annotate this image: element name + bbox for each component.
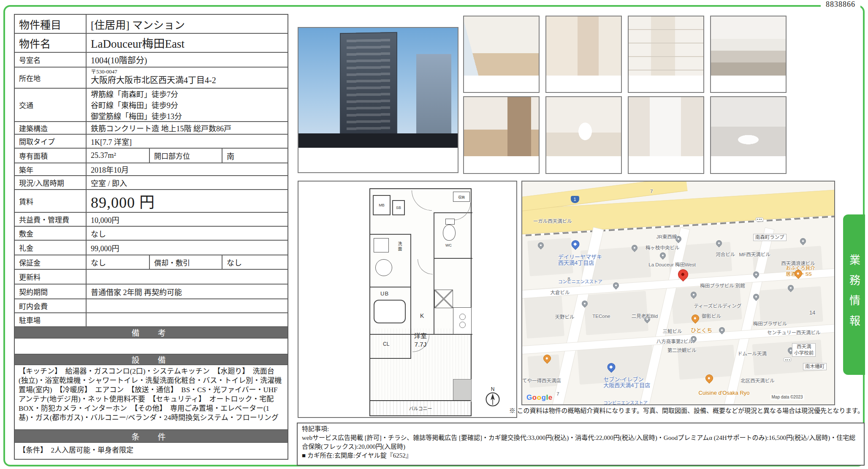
western-room-label: 洋室 7.7J	[370, 332, 471, 349]
label-address: 所在地	[15, 68, 87, 88]
value-room-number: 1004(10階部分)	[87, 53, 288, 67]
value-occupancy-status: 空室 / 即入	[87, 176, 288, 189]
label-built-year: 築年	[15, 163, 87, 175]
label-floor-area: 専有面積	[15, 149, 87, 163]
room-image	[711, 16, 786, 76]
label-property-name: 物件名	[15, 34, 87, 52]
map-label: 大倉ビル	[551, 290, 570, 295]
label-access: 交通	[15, 89, 87, 121]
label-deposit: 敷金	[15, 227, 87, 240]
map-label: 14	[809, 310, 815, 316]
table-row: 物件種目 [住居用] マンション	[15, 15, 288, 34]
bathtub-icon	[374, 300, 406, 323]
label-structure: 建築構造	[15, 122, 87, 134]
label-contract-period: 契約期間	[15, 285, 87, 298]
toilet-icon	[443, 225, 456, 241]
floorplan-panel: MB SB 収納 WC 洗面 UB K CL 洋室 7.7J バルコニー N	[298, 181, 517, 418]
map-label: 天野ビル	[555, 314, 575, 320]
property-photo-doors	[545, 16, 622, 93]
table-row: 交通 堺筋線「南森町」徒歩7分 谷町線「東梅田」徒歩9分 御堂筋線「梅田」徒歩1…	[15, 89, 288, 122]
value-amortization: なし	[222, 255, 288, 269]
conditions-body: 【条件】 2人入居可能・単身者限定	[15, 443, 288, 459]
storage-box: 収納	[453, 192, 470, 202]
google-logo-letter: o	[537, 393, 542, 401]
kitchen-label: K	[420, 312, 424, 319]
map-label: ティーズビルディング	[694, 303, 741, 309]
room-image	[464, 16, 539, 76]
washstand-icon	[374, 238, 389, 252]
property-photo-washroom	[628, 96, 704, 174]
map-label: 梅田プラザビル 別館	[700, 283, 745, 289]
table-row: 賃料 89,000 円	[15, 190, 288, 213]
equipment-text: 【キッチン】 給湯器・ガスコンロ(2口)・システムキッチン 【水廻り】 洗面台(…	[15, 365, 288, 429]
shoe-box: SB	[392, 200, 405, 215]
business-info-tab[interactable]: 業務情報	[843, 214, 865, 375]
map-label: 北区西天満ビル	[741, 378, 775, 384]
stove-counter-icon	[453, 307, 472, 334]
table-row: 築年 2018年10月	[15, 163, 288, 176]
map-label: 7	[650, 188, 653, 194]
label-guarantee-money: 保証金	[15, 255, 87, 269]
map-label: 南木幡町	[803, 363, 827, 370]
wall	[434, 258, 472, 259]
room-image	[629, 16, 703, 76]
conditions-text: 【条件】 2人入居可能・単身者限定	[15, 443, 137, 459]
map-label: 第二渋観ビル	[667, 347, 697, 353]
map-label: 8	[567, 276, 570, 282]
google-logo: Google	[526, 393, 553, 402]
special-notes-title: 特記事項:	[302, 425, 860, 434]
access-line-1: 堺筋線「南森町」徒歩7分	[91, 89, 288, 100]
meter-box: MB	[373, 195, 391, 215]
value-opening-direction: 南	[222, 149, 288, 163]
traffic-signal-icon	[755, 217, 763, 222]
floorplan-drawing: MB SB 収納 WC 洗面 UB K CL 洋室 7.7J バルコニー	[369, 188, 472, 416]
map-label: ーガル西天満ビル	[533, 218, 572, 224]
property-photo-bathroom	[710, 96, 787, 174]
value-guarantee-money: なし	[87, 255, 150, 269]
entry-door-arc	[412, 190, 432, 211]
building-base	[298, 133, 458, 148]
washer-space-icon	[434, 290, 453, 308]
room-image	[711, 97, 786, 156]
map-label: 御影ビル	[702, 313, 721, 319]
map-label: 梅田プラザビル	[753, 321, 787, 327]
value-structure: 鉄筋コンクリート造 地上15階 総戸数86戸	[87, 122, 288, 134]
map-label: セブン-イレブン 大阪西天満4丁目店	[603, 377, 650, 388]
table-row: 間取タイプ 1K[7.7 洋室]	[15, 135, 288, 149]
value-floor-area: 25.37m²	[87, 149, 150, 163]
table-row: 物件名 LaDouceur梅田East	[15, 34, 288, 53]
map-label: 河合ビル	[716, 252, 735, 258]
value-layout-type: 1K[7.7 洋室]	[87, 135, 288, 148]
special-notes-line2: ■ カギ所在:玄関扉:ダイヤル錠『6252』	[302, 451, 860, 460]
building-silhouette	[340, 32, 397, 148]
sink-icon	[375, 259, 392, 276]
compass-n-label: N	[483, 387, 502, 392]
compass-dial	[485, 392, 500, 407]
label-property-type: 物件種目	[15, 15, 87, 33]
table-row: 契約期間 普通借家 2年間 再契約可能	[15, 285, 288, 299]
property-photo-closet	[628, 16, 704, 93]
google-logo-letter: o	[532, 393, 537, 401]
document-number: 8838866	[821, 0, 860, 9]
remarks-body	[15, 339, 288, 355]
label-parking: 駐車場	[15, 313, 87, 326]
equipment-body: 【キッチン】 給湯器・ガスコンロ(2口)・システムキッチン 【水廻り】 洗面台(…	[15, 365, 288, 430]
table-row: 更新料	[15, 270, 288, 285]
access-line-2: 谷町線「東梅田」徒歩9分	[91, 100, 288, 111]
value-management-fee: 10,000円	[87, 213, 288, 226]
location-map[interactable]: 71ーガル西天満ビルJR東西線南森町ランプ梅ヶ枝中央ビルデイリーヤマザキ 西天満…	[521, 181, 835, 405]
label-amortization: 償却・敷引	[150, 255, 222, 269]
equipment-header: 設 備	[15, 355, 288, 365]
wall	[434, 212, 434, 335]
unit-bath-label: UB	[380, 290, 389, 297]
washroom-label: 洗面	[396, 241, 403, 252]
property-photo-toilet	[545, 96, 622, 174]
label-occupancy-status: 現況/入居時期	[15, 176, 87, 189]
value-key-money: 99,000円	[87, 241, 288, 255]
property-photo-exterior	[298, 27, 458, 173]
value-property-name: LaDouceur梅田East	[87, 34, 288, 52]
label-town-fee: 町内会費	[15, 299, 87, 312]
map-label: デイリーヤマザキ 西天満4丁目店	[558, 254, 602, 266]
label-renewal-fee: 更新料	[15, 270, 87, 284]
room-image	[464, 97, 539, 156]
